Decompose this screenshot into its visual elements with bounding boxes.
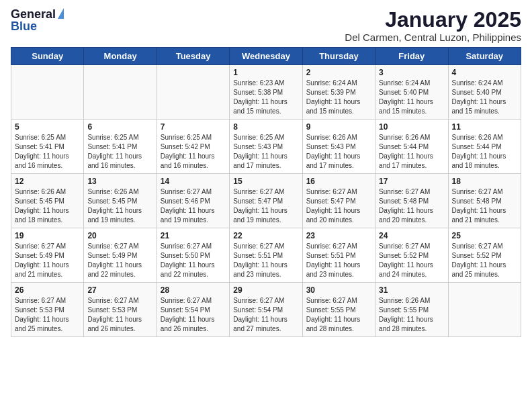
calendar-cell: 6Sunrise: 6:25 AMSunset: 5:41 PMDaylight…: [84, 120, 157, 174]
day-info: Sunrise: 6:26 AMSunset: 5:44 PMDaylight:…: [452, 133, 517, 171]
calendar-cell: 10Sunrise: 6:26 AMSunset: 5:44 PMDayligh…: [375, 120, 448, 174]
calendar-cell: 23Sunrise: 6:27 AMSunset: 5:51 PMDayligh…: [302, 228, 375, 283]
calendar-week-2: 5Sunrise: 6:25 AMSunset: 5:41 PMDaylight…: [11, 120, 521, 174]
day-info: Sunrise: 6:27 AMSunset: 5:54 PMDaylight:…: [161, 296, 226, 334]
logo: General Blue: [11, 8, 64, 32]
day-number: 17: [379, 177, 444, 186]
calendar-cell: 5Sunrise: 6:25 AMSunset: 5:41 PMDaylight…: [11, 120, 84, 174]
day-info: Sunrise: 6:27 AMSunset: 5:55 PMDaylight:…: [306, 296, 371, 334]
day-info: Sunrise: 6:23 AMSunset: 5:38 PMDaylight:…: [233, 79, 298, 116]
calendar-cell: 13Sunrise: 6:26 AMSunset: 5:45 PMDayligh…: [84, 174, 157, 228]
calendar-cell: 28Sunrise: 6:27 AMSunset: 5:54 PMDayligh…: [157, 283, 229, 337]
day-number: 30: [306, 285, 371, 295]
day-number: 11: [452, 122, 517, 132]
col-tuesday: Tuesday: [157, 48, 229, 65]
day-info: Sunrise: 6:27 AMSunset: 5:47 PMDaylight:…: [233, 187, 298, 225]
day-info: Sunrise: 6:24 AMSunset: 5:40 PMDaylight:…: [379, 79, 444, 116]
day-info: Sunrise: 6:27 AMSunset: 5:52 PMDaylight:…: [379, 242, 444, 279]
logo-blue-text: Blue: [11, 20, 37, 32]
calendar-cell: 11Sunrise: 6:26 AMSunset: 5:44 PMDayligh…: [448, 120, 521, 174]
calendar-cell: 27Sunrise: 6:27 AMSunset: 5:53 PMDayligh…: [84, 283, 157, 337]
calendar-cell: 14Sunrise: 6:27 AMSunset: 5:46 PMDayligh…: [157, 174, 229, 228]
calendar-cell: 7Sunrise: 6:25 AMSunset: 5:42 PMDaylight…: [157, 120, 229, 174]
calendar-cell: 22Sunrise: 6:27 AMSunset: 5:51 PMDayligh…: [230, 228, 302, 283]
day-info: Sunrise: 6:26 AMSunset: 5:45 PMDaylight:…: [87, 187, 152, 225]
day-info: Sunrise: 6:27 AMSunset: 5:48 PMDaylight:…: [452, 187, 517, 225]
calendar-cell: 29Sunrise: 6:27 AMSunset: 5:54 PMDayligh…: [230, 283, 302, 337]
day-number: 2: [306, 68, 371, 77]
day-info: Sunrise: 6:24 AMSunset: 5:40 PMDaylight:…: [452, 79, 517, 116]
day-number: 25: [452, 231, 517, 240]
day-number: 26: [15, 285, 80, 295]
calendar-cell: 8Sunrise: 6:25 AMSunset: 5:43 PMDaylight…: [230, 120, 302, 174]
day-info: Sunrise: 6:27 AMSunset: 5:47 PMDaylight:…: [306, 187, 371, 225]
col-sunday: Sunday: [11, 48, 84, 65]
day-info: Sunrise: 6:27 AMSunset: 5:53 PMDaylight:…: [87, 296, 152, 334]
calendar-cell: 9Sunrise: 6:26 AMSunset: 5:43 PMDaylight…: [302, 120, 375, 174]
day-number: 12: [15, 177, 80, 186]
calendar-cell: [11, 65, 84, 120]
day-number: 6: [87, 122, 152, 132]
day-info: Sunrise: 6:27 AMSunset: 5:52 PMDaylight:…: [452, 242, 517, 279]
day-info: Sunrise: 6:27 AMSunset: 5:49 PMDaylight:…: [87, 242, 152, 279]
day-number: 10: [379, 122, 444, 132]
day-info: Sunrise: 6:25 AMSunset: 5:41 PMDaylight:…: [87, 133, 152, 171]
calendar-cell: [157, 65, 229, 120]
day-number: 31: [379, 285, 444, 295]
day-number: 18: [452, 177, 517, 186]
day-number: 29: [233, 285, 298, 295]
calendar-cell: 15Sunrise: 6:27 AMSunset: 5:47 PMDayligh…: [230, 174, 302, 228]
calendar-cell: 24Sunrise: 6:27 AMSunset: 5:52 PMDayligh…: [375, 228, 448, 283]
header: General Blue January 2025 Del Carmen, Ce…: [11, 8, 521, 43]
day-info: Sunrise: 6:27 AMSunset: 5:54 PMDaylight:…: [233, 296, 298, 334]
day-number: 20: [87, 231, 152, 240]
day-info: Sunrise: 6:27 AMSunset: 5:49 PMDaylight:…: [15, 242, 80, 279]
day-info: Sunrise: 6:25 AMSunset: 5:42 PMDaylight:…: [161, 133, 226, 171]
calendar-week-5: 26Sunrise: 6:27 AMSunset: 5:53 PMDayligh…: [11, 283, 521, 337]
day-info: Sunrise: 6:27 AMSunset: 5:51 PMDaylight:…: [233, 242, 298, 279]
day-info: Sunrise: 6:27 AMSunset: 5:48 PMDaylight:…: [379, 187, 444, 225]
day-number: 7: [161, 122, 226, 132]
col-friday: Friday: [375, 48, 448, 65]
calendar-cell: 18Sunrise: 6:27 AMSunset: 5:48 PMDayligh…: [448, 174, 521, 228]
col-thursday: Thursday: [302, 48, 375, 65]
calendar-cell: 12Sunrise: 6:26 AMSunset: 5:45 PMDayligh…: [11, 174, 84, 228]
day-number: 15: [233, 177, 298, 186]
calendar-cell: 20Sunrise: 6:27 AMSunset: 5:49 PMDayligh…: [84, 228, 157, 283]
day-number: 8: [233, 122, 298, 132]
title-block: January 2025 Del Carmen, Central Luzon, …: [345, 8, 521, 43]
calendar-cell: 16Sunrise: 6:27 AMSunset: 5:47 PMDayligh…: [302, 174, 375, 228]
calendar-cell: 1Sunrise: 6:23 AMSunset: 5:38 PMDaylight…: [230, 65, 302, 120]
day-info: Sunrise: 6:27 AMSunset: 5:50 PMDaylight:…: [161, 242, 226, 279]
day-number: 24: [379, 231, 444, 240]
day-number: 28: [161, 285, 226, 295]
day-number: 4: [452, 68, 517, 77]
day-number: 22: [233, 231, 298, 240]
calendar-cell: 3Sunrise: 6:24 AMSunset: 5:40 PMDaylight…: [375, 65, 448, 120]
day-number: 27: [87, 285, 152, 295]
calendar-cell: 25Sunrise: 6:27 AMSunset: 5:52 PMDayligh…: [448, 228, 521, 283]
calendar-week-3: 12Sunrise: 6:26 AMSunset: 5:45 PMDayligh…: [11, 174, 521, 228]
day-number: 23: [306, 231, 371, 240]
calendar-cell: 26Sunrise: 6:27 AMSunset: 5:53 PMDayligh…: [11, 283, 84, 337]
day-number: 13: [87, 177, 152, 186]
day-info: Sunrise: 6:27 AMSunset: 5:51 PMDaylight:…: [306, 242, 371, 279]
calendar-cell: 19Sunrise: 6:27 AMSunset: 5:49 PMDayligh…: [11, 228, 84, 283]
page-title: January 2025: [345, 8, 521, 32]
page-container: General Blue January 2025 Del Carmen, Ce…: [0, 0, 532, 342]
day-info: Sunrise: 6:27 AMSunset: 5:53 PMDaylight:…: [15, 296, 80, 334]
calendar-header-row: Sunday Monday Tuesday Wednesday Thursday…: [11, 48, 521, 65]
col-saturday: Saturday: [448, 48, 521, 65]
calendar-cell: 4Sunrise: 6:24 AMSunset: 5:40 PMDaylight…: [448, 65, 521, 120]
calendar-cell: 21Sunrise: 6:27 AMSunset: 5:50 PMDayligh…: [157, 228, 229, 283]
day-number: 1: [233, 68, 298, 77]
day-number: 9: [306, 122, 371, 132]
day-number: 16: [306, 177, 371, 186]
day-info: Sunrise: 6:26 AMSunset: 5:43 PMDaylight:…: [306, 133, 371, 171]
day-number: 21: [161, 231, 226, 240]
day-info: Sunrise: 6:25 AMSunset: 5:41 PMDaylight:…: [15, 133, 80, 171]
calendar-table: Sunday Monday Tuesday Wednesday Thursday…: [11, 47, 521, 337]
calendar-cell: [84, 65, 157, 120]
calendar-cell: 31Sunrise: 6:26 AMSunset: 5:55 PMDayligh…: [375, 283, 448, 337]
calendar-cell: 30Sunrise: 6:27 AMSunset: 5:55 PMDayligh…: [302, 283, 375, 337]
